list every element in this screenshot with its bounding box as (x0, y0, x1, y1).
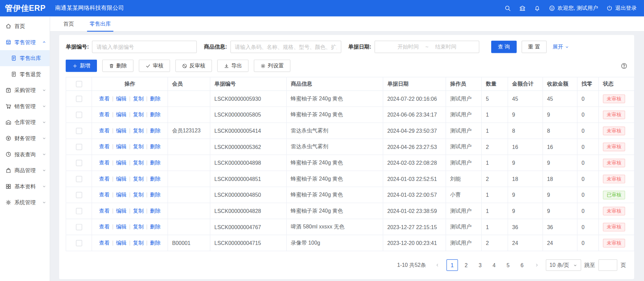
logout-button[interactable]: 退出登录 (606, 4, 637, 12)
delete-link[interactable]: 删除 (150, 192, 161, 198)
bill-no-input[interactable] (92, 41, 197, 53)
row-checkbox[interactable] (76, 160, 82, 166)
data-table: 操作会员单据编号商品信息单据日期操作员数量金额合计收款金额找零状态 查看|编辑|… (66, 77, 635, 251)
sidebar-item-system[interactable]: 系统管理 (0, 194, 50, 211)
sidebar-item-finance[interactable]: 财务管理 (0, 130, 50, 147)
sidebar-item-retail-outbound[interactable]: 零售出库 (0, 50, 50, 66)
page-button-5[interactable]: 5 (502, 259, 514, 271)
product-info-input[interactable] (230, 41, 341, 53)
search-button[interactable]: 查 询 (491, 41, 516, 53)
view-link[interactable]: 查看 (99, 240, 110, 246)
sidebar-item-basic[interactable]: 基本资料 (0, 178, 50, 194)
tab-retail-outbound[interactable]: 零售出库 (89, 17, 112, 31)
row-checkbox[interactable] (76, 192, 82, 198)
view-link[interactable]: 查看 (99, 192, 110, 198)
delete-link[interactable]: 删除 (150, 144, 161, 150)
row-checkbox[interactable] (76, 224, 82, 230)
reset-button[interactable]: 重 置 (521, 41, 547, 53)
sidebar-item-home[interactable]: 首页 (0, 18, 50, 34)
row-checkbox[interactable] (76, 96, 82, 102)
jump-page-input[interactable] (599, 259, 617, 271)
delete-link[interactable]: 删除 (150, 127, 161, 133)
view-link[interactable]: 查看 (99, 112, 110, 118)
row-checkbox[interactable] (76, 208, 82, 214)
row-checkbox[interactable] (76, 112, 82, 118)
edit-link[interactable]: 编辑 (116, 144, 127, 150)
view-link[interactable]: 查看 (99, 144, 110, 150)
sidebar-item-retail[interactable]: 零售管理 (0, 34, 50, 50)
cell-product: 蜂蜜柚子茶 240g 黄色 (286, 91, 383, 107)
delete-link[interactable]: 删除 (150, 176, 161, 182)
view-link[interactable]: 查看 (99, 208, 110, 214)
delete-link[interactable]: 删除 (150, 112, 161, 118)
copy-link[interactable]: 复制 (133, 127, 144, 133)
prev-page-button[interactable] (432, 259, 443, 271)
next-page-button[interactable] (531, 259, 542, 271)
add-button[interactable]: 新增 (66, 60, 97, 72)
copy-link[interactable]: 复制 (133, 112, 144, 118)
view-link[interactable]: 查看 (99, 159, 110, 165)
column-settings-button[interactable]: 列设置 (254, 60, 291, 72)
edit-link[interactable]: 编辑 (116, 127, 127, 133)
select-all-checkbox[interactable] (76, 81, 82, 87)
view-link[interactable]: 查看 (99, 127, 110, 133)
welcome-user[interactable]: 欢迎您, 测试用户 (549, 4, 598, 12)
edit-link[interactable]: 编辑 (116, 240, 127, 246)
edit-link[interactable]: 编辑 (116, 112, 127, 118)
sidebar-item-warehouse[interactable]: 仓库管理 (0, 114, 50, 130)
copy-link[interactable]: 复制 (133, 208, 144, 214)
expand-filters-toggle[interactable]: 展开 (552, 43, 569, 51)
edit-link[interactable]: 编辑 (116, 224, 127, 230)
row-checkbox[interactable] (76, 128, 82, 134)
cell-status: 未审核 (599, 235, 634, 251)
copy-link[interactable]: 复制 (133, 159, 144, 165)
delete-button[interactable]: 删除 (102, 60, 134, 72)
copy-link[interactable]: 复制 (133, 144, 144, 150)
edit-link[interactable]: 编辑 (116, 159, 127, 165)
delete-link[interactable]: 删除 (150, 240, 161, 246)
bell-icon[interactable] (534, 5, 541, 12)
sidebar-item-sales[interactable]: 销售管理 (0, 98, 50, 115)
date-range-input[interactable]: 开始时间 ~ 结束时间 (375, 41, 479, 53)
view-link[interactable]: 查看 (99, 224, 110, 230)
copy-link[interactable]: 复制 (133, 240, 144, 246)
copy-link[interactable]: 复制 (133, 224, 144, 230)
row-checkbox[interactable] (76, 144, 82, 150)
delete-link[interactable]: 删除 (150, 208, 161, 214)
copy-link[interactable]: 复制 (133, 176, 144, 182)
copy-link[interactable]: 复制 (133, 95, 144, 101)
view-link[interactable]: 查看 (99, 176, 110, 182)
page-button-6[interactable]: 6 (516, 259, 528, 271)
row-checkbox[interactable] (76, 240, 82, 246)
row-checkbox[interactable] (76, 176, 82, 182)
sidebar-item-report[interactable]: 报表查询 (0, 146, 50, 162)
help-icon[interactable] (620, 62, 628, 69)
chevron-down-icon (42, 88, 46, 92)
edit-link[interactable]: 编辑 (116, 208, 127, 214)
bank-icon[interactable] (519, 5, 526, 12)
delete-link[interactable]: 删除 (150, 159, 161, 165)
sidebar-item-retail-return[interactable]: 零售退货 (0, 66, 50, 82)
edit-link[interactable]: 编辑 (116, 176, 127, 182)
view-link[interactable]: 查看 (99, 95, 110, 101)
export-button[interactable]: 导出 (217, 60, 248, 72)
page-button-3[interactable]: 3 (474, 259, 486, 271)
edit-link[interactable]: 编辑 (116, 95, 127, 101)
page-size-select[interactable]: 10 条/页 (546, 259, 581, 271)
tab-home[interactable]: 首页 (62, 17, 75, 31)
search-icon[interactable] (504, 5, 511, 12)
page-button-1[interactable]: 1 (446, 259, 458, 271)
sidebar-item-purchase[interactable]: 采购管理 (0, 82, 50, 98)
unaudit-button[interactable]: 反审核 (175, 60, 212, 72)
page-button-4[interactable]: 4 (488, 259, 500, 271)
row-actions: 查看|编辑|复制|删除 (92, 107, 168, 123)
sidebar-item-goods[interactable]: 商品管理 (0, 162, 50, 179)
delete-link[interactable]: 删除 (150, 224, 161, 230)
cell-operator: 刘能 (446, 171, 481, 187)
edit-link[interactable]: 编辑 (116, 192, 127, 198)
delete-link[interactable]: 删除 (150, 95, 161, 101)
pagination-total: 1-10 共52条 (397, 261, 426, 269)
copy-link[interactable]: 复制 (133, 192, 144, 198)
page-button-2[interactable]: 2 (461, 259, 472, 271)
audit-button[interactable]: 审核 (139, 60, 170, 72)
